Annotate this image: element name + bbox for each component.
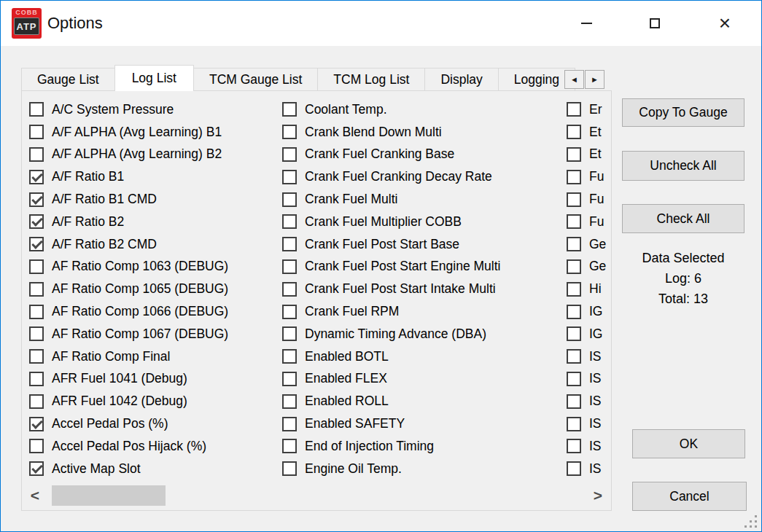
log-item-row[interactable]: Hi <box>567 278 612 300</box>
log-item-row[interactable]: Crank Fuel Post Start Intake Multi <box>282 278 500 300</box>
log-item-row[interactable]: A/F Ratio B1 <box>29 165 228 188</box>
tab-scroll-left-button[interactable]: ◄ <box>564 70 584 89</box>
log-item-checkbox[interactable] <box>567 125 581 139</box>
log-item-row[interactable]: Et <box>567 121 612 144</box>
log-item-row[interactable]: A/F ALPHA (Avg Learning) B1 <box>29 121 228 144</box>
log-item-row[interactable]: IS <box>567 345 612 368</box>
log-item-row[interactable]: Crank Fuel RPM <box>282 300 500 323</box>
log-item-row[interactable]: Crank Fuel Post Start Engine Multi <box>282 256 500 278</box>
log-item-row[interactable]: Enabled SAFETY <box>282 412 500 435</box>
log-item-checkbox[interactable] <box>29 102 44 117</box>
log-item-row[interactable]: Fu <box>567 188 612 211</box>
log-item-checkbox[interactable] <box>282 305 297 319</box>
ok-button[interactable]: OK <box>632 429 745 458</box>
log-item-row[interactable]: A/F ALPHA (Avg Learning) B2 <box>29 144 228 166</box>
log-item-checkbox[interactable] <box>29 372 44 386</box>
log-item-row[interactable]: AF Ratio Comp 1063 (DEBUG) <box>29 256 228 278</box>
log-item-checkbox[interactable] <box>282 326 297 341</box>
log-item-row[interactable]: A/C System Pressure <box>29 98 228 121</box>
log-item-row[interactable]: AFR Fuel 1041 (Debug) <box>29 368 228 391</box>
log-item-checkbox[interactable] <box>29 461 44 476</box>
log-item-checkbox[interactable] <box>29 417 44 431</box>
copy-to-gauge-button[interactable]: Copy To Gauge <box>622 98 744 127</box>
log-item-checkbox[interactable] <box>29 282 44 297</box>
log-item-row[interactable]: IG <box>567 300 612 323</box>
log-item-row[interactable]: Enabled FLEX <box>282 368 500 391</box>
minimize-button[interactable] <box>568 9 604 37</box>
log-item-checkbox[interactable] <box>567 102 581 117</box>
log-item-checkbox[interactable] <box>282 170 297 184</box>
log-item-row[interactable]: IG <box>567 323 612 345</box>
log-item-checkbox[interactable] <box>282 125 297 139</box>
log-item-checkbox[interactable] <box>567 417 581 431</box>
log-item-row[interactable]: End of Injection Timing <box>282 435 500 458</box>
log-item-checkbox[interactable] <box>29 305 44 319</box>
log-item-row[interactable]: IS <box>567 390 612 412</box>
log-item-row[interactable]: Engine Oil Temp. <box>282 458 500 480</box>
log-item-row[interactable]: AF Ratio Comp Final <box>29 345 228 368</box>
log-item-row[interactable]: Et <box>567 144 612 166</box>
log-item-checkbox[interactable] <box>282 349 297 364</box>
log-item-row[interactable]: Enabled BOTL <box>282 345 500 368</box>
log-item-checkbox[interactable] <box>282 394 297 409</box>
log-item-row[interactable]: A/F Ratio B2 <box>29 211 228 233</box>
log-item-checkbox[interactable] <box>567 259 581 274</box>
log-item-checkbox[interactable] <box>282 282 297 297</box>
log-item-checkbox[interactable] <box>282 439 297 453</box>
log-item-checkbox[interactable] <box>567 170 581 184</box>
scrollbar-thumb[interactable] <box>52 485 166 506</box>
log-item-row[interactable]: Accel Pedal Pos Hijack (%) <box>29 435 228 458</box>
log-item-checkbox[interactable] <box>567 237 581 251</box>
log-item-checkbox[interactable] <box>567 349 581 364</box>
log-item-checkbox[interactable] <box>29 439 44 453</box>
log-item-row[interactable]: Coolant Temp. <box>282 98 500 121</box>
log-item-row[interactable]: Crank Fuel Cranking Base <box>282 144 500 166</box>
log-item-checkbox[interactable] <box>29 326 44 341</box>
log-item-row[interactable]: Crank Blend Down Multi <box>282 121 500 144</box>
tab-log-list[interactable]: Log List <box>114 65 194 91</box>
cancel-button[interactable]: Cancel <box>632 482 747 511</box>
log-item-checkbox[interactable] <box>567 439 581 453</box>
log-item-checkbox[interactable] <box>29 259 44 274</box>
log-item-row[interactable]: Enabled ROLL <box>282 390 500 412</box>
log-item-checkbox[interactable] <box>282 372 297 386</box>
log-item-row[interactable]: IS <box>567 412 612 435</box>
log-item-row[interactable]: Crank Fuel Multi <box>282 188 500 211</box>
log-item-checkbox[interactable] <box>29 147 44 162</box>
log-item-checkbox[interactable] <box>29 192 44 207</box>
check-all-button[interactable]: Check All <box>622 204 744 233</box>
log-item-checkbox[interactable] <box>282 147 297 162</box>
log-item-checkbox[interactable] <box>29 349 44 364</box>
log-item-checkbox[interactable] <box>282 417 297 431</box>
tab-tcm-log-list[interactable]: TCM Log List <box>317 68 425 91</box>
log-item-row[interactable]: IS <box>567 435 612 458</box>
maximize-button[interactable] <box>637 9 673 37</box>
close-button[interactable]: × <box>707 9 743 37</box>
log-item-checkbox[interactable] <box>567 372 581 386</box>
log-item-checkbox[interactable] <box>282 461 297 476</box>
log-item-checkbox[interactable] <box>282 237 297 251</box>
log-item-row[interactable]: AF Ratio Comp 1065 (DEBUG) <box>29 278 228 300</box>
log-item-row[interactable]: Crank Fuel Multiplier COBB <box>282 211 500 233</box>
log-item-checkbox[interactable] <box>29 394 44 409</box>
log-item-checkbox[interactable] <box>282 259 297 274</box>
log-item-row[interactable]: Dynamic Timing Advance (DBA) <box>282 323 500 345</box>
horizontal-scrollbar[interactable]: < > <box>23 485 610 506</box>
tab-gauge-list[interactable]: Gauge List <box>21 68 115 91</box>
log-item-checkbox[interactable] <box>29 125 44 139</box>
log-item-checkbox[interactable] <box>567 326 581 341</box>
log-item-checkbox[interactable] <box>567 214 581 229</box>
log-item-checkbox[interactable] <box>29 237 44 251</box>
log-item-checkbox[interactable] <box>29 170 44 184</box>
uncheck-all-button[interactable]: Uncheck All <box>622 151 744 181</box>
log-item-row[interactable]: Crank Fuel Cranking Decay Rate <box>282 165 500 188</box>
tab-display[interactable]: Display <box>424 68 498 91</box>
log-item-row[interactable]: Fu <box>567 165 612 188</box>
resize-grip[interactable] <box>742 513 757 528</box>
tab-tcm-gauge-list[interactable]: TCM Gauge List <box>193 68 318 91</box>
log-item-checkbox[interactable] <box>29 214 44 229</box>
log-item-checkbox[interactable] <box>282 214 297 229</box>
log-item-row[interactable]: A/F Ratio B1 CMD <box>29 188 228 211</box>
log-item-row[interactable]: AF Ratio Comp 1066 (DEBUG) <box>29 300 228 323</box>
log-item-checkbox[interactable] <box>567 282 581 297</box>
